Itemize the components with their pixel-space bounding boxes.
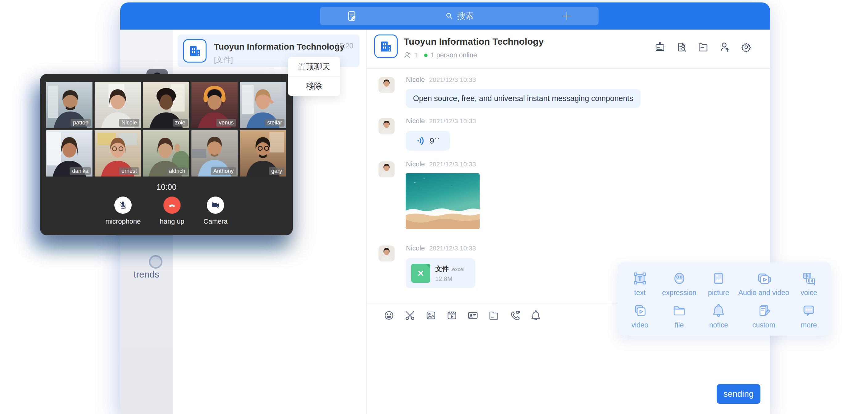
action-label: Audio and video: [738, 289, 789, 297]
participant-tile: Anthony: [191, 130, 238, 177]
search-field[interactable]: 搜索: [320, 10, 598, 22]
picture-icon[interactable]: [425, 310, 437, 321]
action-notice[interactable]: notice: [699, 300, 739, 332]
chat-header: Tuoyun Information Technology 1 1 person…: [367, 30, 770, 69]
participant-tile: venus: [191, 82, 238, 128]
video-clapper-icon[interactable]: [446, 310, 458, 321]
trends-icon[interactable]: [149, 255, 162, 268]
audio-video-icon: [755, 270, 772, 287]
chat-record-search-icon[interactable]: [676, 41, 687, 53]
avatar: [378, 77, 395, 93]
action-video[interactable]: video: [620, 300, 660, 332]
file-icon: [671, 302, 688, 319]
search-placeholder: 搜索: [457, 10, 474, 22]
hangup-button[interactable]: [163, 196, 181, 214]
file-ext: .excel: [451, 266, 464, 273]
microphone-label: microphone: [105, 218, 141, 225]
participant-name: zoie: [173, 119, 188, 127]
action-more[interactable]: more: [789, 300, 829, 332]
contact-card-icon[interactable]: [467, 310, 479, 321]
excel-file-icon: [411, 264, 430, 283]
send-button[interactable]: sending: [717, 384, 761, 404]
files-icon[interactable]: [697, 41, 709, 53]
message-time: 2021/12/3 10:33: [429, 160, 476, 168]
voice-wave-icon: [416, 136, 426, 146]
context-menu-pin[interactable]: 置顶聊天: [288, 57, 340, 76]
participant-tile: stellar: [240, 82, 286, 128]
participant-grid: patton Nicole zoie: [46, 82, 287, 177]
bell-icon[interactable]: [530, 310, 541, 321]
participant-name: Anthony: [211, 167, 236, 175]
folder-icon[interactable]: [488, 310, 500, 321]
message-author: Nicole: [406, 76, 425, 84]
add-member-icon[interactable]: [719, 41, 731, 53]
action-audio-video[interactable]: Audio and video: [738, 267, 789, 300]
file-bubble[interactable]: 文件 .excel 12.8M: [406, 258, 475, 288]
announcement-icon[interactable]: [654, 41, 666, 53]
conversation-last-message: [文件]: [214, 55, 233, 65]
participant-tile: Nicole: [95, 82, 141, 128]
file-size: 12.8M: [435, 276, 453, 283]
call-timer: 10:00: [40, 182, 293, 192]
context-menu-remove[interactable]: 移除: [288, 76, 340, 96]
avatar: [378, 161, 395, 178]
participant-name: stellar: [265, 119, 284, 127]
camera-label: Camera: [204, 218, 227, 225]
notice-icon: [710, 302, 727, 319]
image-bubble-beach[interactable]: [406, 173, 479, 229]
more-icon: [801, 302, 817, 319]
action-label: notice: [709, 321, 728, 329]
participant-tile: zoie: [143, 82, 189, 128]
action-label: file: [675, 321, 684, 329]
action-text[interactable]: text: [620, 267, 660, 300]
voice-icon: [801, 270, 817, 287]
participant-name: venus: [216, 119, 236, 127]
participant-tile: danika: [46, 130, 92, 177]
participant-name: aldrich: [166, 167, 188, 175]
action-label: more: [801, 321, 817, 329]
microphone-toggle-button[interactable]: [114, 196, 132, 214]
chat-subrow: 1 1 person online: [404, 51, 477, 59]
video-call-icon[interactable]: [509, 310, 521, 321]
participant-name: patton: [70, 119, 91, 127]
custom-icon: [755, 302, 772, 319]
search-icon: [445, 11, 454, 21]
online-dot: [424, 54, 428, 57]
hangup-label: hang up: [160, 218, 185, 225]
video-call-overlay: patton Nicole zoie: [40, 74, 293, 235]
plus-icon[interactable]: [562, 11, 572, 21]
hangup-icon: [167, 200, 177, 210]
message-time: 2021/12/3 10:33: [429, 245, 476, 252]
avatar: [378, 246, 395, 261]
action-custom[interactable]: custom: [738, 300, 789, 332]
participant-name: danika: [70, 167, 91, 175]
participant-tile: ernest: [95, 130, 141, 177]
screen: 搜索 trend: [0, 0, 868, 414]
action-label: video: [631, 321, 648, 329]
message-action-panel: text expression picture: [618, 262, 831, 336]
chat-title: Tuoyun Information Technology: [404, 36, 544, 47]
settings-gear-icon[interactable]: [740, 41, 752, 53]
conversation-time: 15:20: [178, 42, 353, 50]
action-label: expression: [662, 289, 696, 297]
video-icon: [631, 302, 648, 319]
action-expression[interactable]: expression: [660, 267, 699, 300]
participant-name: ernest: [119, 167, 139, 175]
trends-label[interactable]: trends: [120, 269, 173, 280]
context-menu: 置顶聊天 移除: [288, 57, 340, 96]
participant-tile: gary: [240, 130, 286, 177]
mic-muted-icon: [118, 200, 128, 210]
action-file[interactable]: file: [660, 300, 699, 332]
camera-toggle-button[interactable]: [207, 196, 224, 214]
message-author: Nicole: [406, 160, 425, 168]
search-bar[interactable]: 搜索: [320, 7, 598, 25]
action-picture[interactable]: picture: [699, 267, 739, 300]
top-bar: 搜索: [120, 2, 770, 30]
chat-panel: Tuoyun Information Technology 1 1 person…: [367, 30, 770, 414]
emoji-icon[interactable]: [383, 310, 395, 321]
scissors-icon[interactable]: [404, 310, 416, 321]
action-voice[interactable]: voice: [789, 267, 829, 300]
voice-bubble[interactable]: 9``: [406, 131, 450, 151]
text-icon: [631, 270, 648, 287]
participant-tile: aldrich: [143, 130, 189, 177]
